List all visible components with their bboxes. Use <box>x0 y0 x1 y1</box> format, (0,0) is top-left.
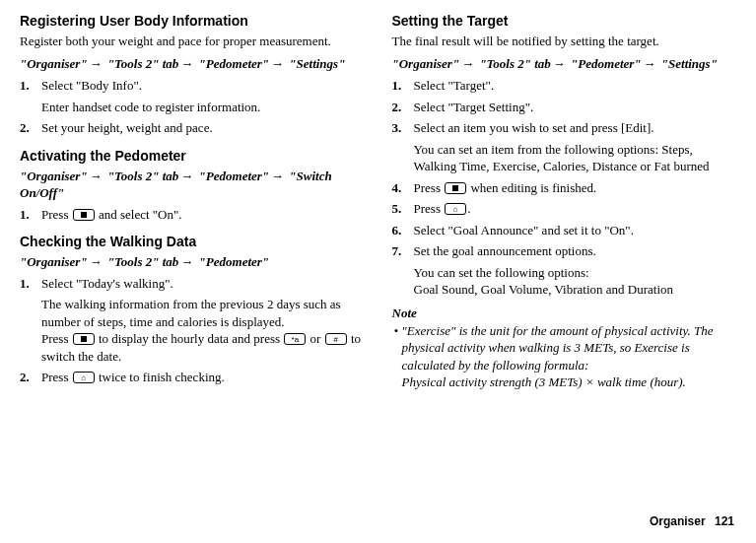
nav-part: "Tools 2" tab <box>107 254 178 269</box>
step-item: 3. Select an item you wish to set and pr… <box>392 119 737 175</box>
step-subtext: You can set the following options: Goal … <box>414 264 737 299</box>
footer-section-label: Organiser <box>650 514 706 528</box>
step-number: 2. <box>392 99 414 116</box>
steps-checking: 1. Select "Today's walking". The walking… <box>20 275 365 386</box>
heading-target: Setting the Target <box>392 12 737 31</box>
nav-part: "Pedometer" <box>199 254 269 269</box>
clear-key-icon: ⌂ <box>73 372 95 383</box>
nav-path-register: "Organiser"→ "Tools 2" tab→ "Pedometer"→… <box>20 55 365 73</box>
left-column: Registering User Body Information Regist… <box>20 12 365 391</box>
step-number: 6. <box>392 222 414 239</box>
step-text: Set your height, weight and pace. <box>41 119 365 137</box>
note-body: • "Exercise" is the unit for the amount … <box>392 322 737 391</box>
step-text: Select "Today's walking". <box>41 276 173 291</box>
text-target-intro: The final result will be notified by set… <box>392 33 737 50</box>
text-fragment: to display the hourly data and press <box>96 331 284 346</box>
center-key-icon <box>73 209 95 221</box>
nav-part: "Settings" <box>289 56 345 71</box>
text-fragment: and select "On". <box>96 207 182 222</box>
step-text: Select an item you wish to set and press… <box>414 120 654 135</box>
heading-register-body-info: Registering User Body Information <box>20 12 365 31</box>
heading-checking: Checking the Walking Data <box>20 233 365 251</box>
nav-part: "Organiser" <box>20 169 88 183</box>
page-footer: Organiser 121 <box>650 513 734 529</box>
nav-part: "Tools 2" tab <box>479 56 550 71</box>
step-subtext: The walking information from the previou… <box>41 296 365 365</box>
nav-part: "Pedometer" <box>199 56 269 71</box>
step-item: 7. Set the goal announcement options. Yo… <box>392 242 737 299</box>
text-fragment: Press <box>414 180 445 195</box>
nav-part: "Organiser" <box>20 254 88 269</box>
steps-register: 1. Select "Body Info". Enter handset cod… <box>20 77 365 137</box>
center-key-icon <box>73 333 95 345</box>
text-fragment: or <box>307 331 323 346</box>
steps-activating: 1. Press and select "On". <box>20 206 365 224</box>
text-fragment: . <box>467 201 470 216</box>
nav-part: "Organiser" <box>20 56 88 71</box>
step-text: Set the goal announcement options. <box>414 243 596 258</box>
nav-part: "Tools 2" tab <box>107 56 178 71</box>
step-text: Select "Target Setting". <box>414 99 737 116</box>
step-number: 7. <box>392 242 414 299</box>
step-item: 5. Press ⌂. <box>392 200 737 218</box>
step-text: Press when editing is finished. <box>414 179 737 197</box>
nav-part: "Pedometer" <box>571 56 641 71</box>
step-item: 2. Select "Target Setting". <box>392 99 737 116</box>
step-number: 2. <box>20 119 41 137</box>
nav-path-activating: "Organiser"→ "Tools 2" tab→ "Pedometer"→… <box>20 168 365 202</box>
step-subtext: Enter handset code to register informati… <box>41 99 365 116</box>
step-number: 5. <box>392 200 414 218</box>
text-fragment: when editing is finished. <box>467 180 596 195</box>
text-fragment: Press <box>414 201 445 216</box>
step-text: Select "Target". <box>414 77 737 95</box>
center-key-icon <box>445 182 466 194</box>
text-fragment: Press <box>41 207 72 222</box>
step-number: 2. <box>20 369 41 386</box>
star-key-icon: *a <box>284 333 306 345</box>
nav-path-target: "Organiser"→ "Tools 2" tab→ "Pedometer"→… <box>392 55 737 73</box>
step-item: 6. Select "Goal Announce" and set it to … <box>392 222 737 239</box>
right-column: Setting the Target The final result will… <box>392 12 737 391</box>
heading-activating: Activating the Pedometer <box>20 147 365 166</box>
step-item: 1. Select "Today's walking". The walking… <box>20 275 365 366</box>
step-subtext: You can set an item from the following o… <box>414 141 737 175</box>
step-text: Press ⌂. <box>414 200 737 218</box>
step-text: Select "Goal Announce" and set it to "On… <box>414 222 737 239</box>
step-number: 3. <box>392 119 414 175</box>
step-item: 1. Press and select "On". <box>20 206 365 224</box>
nav-path-checking: "Organiser"→ "Tools 2" tab→ "Pedometer" <box>20 253 365 271</box>
text-fragment: Press <box>41 370 72 384</box>
note-label: Note <box>392 305 737 322</box>
steps-target: 1. Select "Target". 2. Select "Target Se… <box>392 77 737 299</box>
step-number: 4. <box>392 179 414 197</box>
text-register-intro: Register both your weight and pace for p… <box>20 33 365 50</box>
text-fragment: twice to finish checking. <box>96 370 225 384</box>
step-item: 1. Select "Target". <box>392 77 737 95</box>
step-item: 1. Select "Body Info". Enter handset cod… <box>20 77 365 115</box>
nav-part: "Organiser" <box>392 56 460 71</box>
step-number: 1. <box>20 206 41 224</box>
footer-page-number: 121 <box>715 514 734 528</box>
step-item: 4. Press when editing is finished. <box>392 179 737 197</box>
clear-key-icon: ⌂ <box>445 203 466 215</box>
step-text: Press and select "On". <box>41 206 365 224</box>
nav-part: "Pedometer" <box>199 169 269 183</box>
step-number: 1. <box>392 77 414 95</box>
step-text: Select "Body Info". <box>41 78 142 93</box>
step-text: Press ⌂ twice to finish checking. <box>41 369 365 386</box>
step-item: 2. Press ⌂ twice to finish checking. <box>20 369 365 386</box>
nav-part: "Settings" <box>661 56 718 71</box>
hash-key-icon: # <box>325 333 347 345</box>
step-item: 2. Set your height, weight and pace. <box>20 119 365 137</box>
step-number: 1. <box>20 275 41 366</box>
step-number: 1. <box>20 77 41 115</box>
nav-part: "Tools 2" tab <box>107 169 178 183</box>
